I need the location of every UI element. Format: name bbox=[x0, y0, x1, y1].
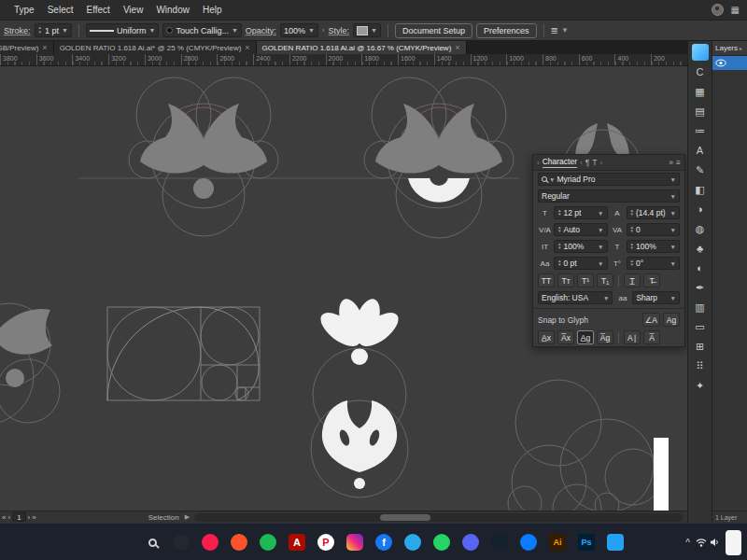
menu-type[interactable]: Type bbox=[7, 5, 41, 15]
artboards-icon[interactable]: ▭ bbox=[692, 318, 709, 335]
chevron-down-icon[interactable]: ▼ bbox=[371, 27, 377, 34]
gradient-icon[interactable]: ◑ bbox=[692, 201, 709, 217]
stroke-weight-input[interactable]: ▲▼ 1 pt▼ bbox=[35, 23, 72, 37]
close-icon[interactable]: × bbox=[455, 43, 459, 52]
vscode-icon[interactable] bbox=[603, 530, 627, 554]
menu-view[interactable]: View bbox=[117, 5, 150, 15]
acrobat-icon[interactable]: A bbox=[285, 530, 309, 554]
color-guide-icon[interactable]: ▤ bbox=[692, 103, 709, 119]
artboard-number-input[interactable]: 1 bbox=[12, 512, 25, 522]
last-artboard-icon[interactable]: » bbox=[32, 513, 35, 522]
chevron-down-icon[interactable]: ▼ bbox=[670, 260, 676, 267]
font-style-select[interactable]: Regular ▼ bbox=[538, 189, 680, 203]
brush-select[interactable]: Touch Callig...▼ bbox=[162, 23, 241, 37]
stepper-icon[interactable]: ▲▼ bbox=[630, 259, 634, 268]
fox-logo-gray-left[interactable] bbox=[140, 104, 267, 199]
golden-ratio-grid[interactable] bbox=[107, 307, 260, 400]
opacity-label[interactable]: Opacity: bbox=[246, 26, 276, 35]
leading-input[interactable]: ▲▼ (14.4 pt) ▼ bbox=[627, 206, 681, 219]
next-artboard-icon[interactable]: › bbox=[28, 513, 31, 522]
menu-select[interactable]: Select bbox=[41, 5, 80, 15]
small-caps-button[interactable]: Tᴛ bbox=[557, 273, 574, 287]
properties-icon[interactable]: ≔ bbox=[692, 122, 709, 139]
chevron-down-icon[interactable]: ▼ bbox=[670, 227, 676, 233]
layers-panel-header[interactable]: Layers ▸ bbox=[712, 41, 747, 56]
chevron-down-icon[interactable]: ▼ bbox=[561, 26, 569, 35]
stepper-icon[interactable]: ▲▼ bbox=[38, 26, 42, 35]
document-tab-3-active[interactable]: GOLDEN RATIO 1.618 Ai.ai @ 16.67 % (CMYK… bbox=[257, 41, 467, 54]
telegram-icon[interactable] bbox=[401, 530, 425, 554]
stepper-icon[interactable]: ▲▼ bbox=[630, 243, 634, 251]
spotify-icon[interactable] bbox=[256, 530, 280, 554]
document-tab-1[interactable]: 3 % (RGB/Preview) × bbox=[0, 41, 54, 54]
pinterest-icon[interactable]: P bbox=[314, 530, 338, 554]
tab-character[interactable]: Character bbox=[543, 157, 577, 168]
canvas[interactable]: ‹ Character ‹ ¶ T ‹ » ≡ ▼ bbox=[0, 66, 687, 511]
scrollbar-thumb[interactable] bbox=[380, 514, 430, 521]
chevron-down-icon[interactable]: ▼ bbox=[549, 176, 555, 183]
close-icon[interactable]: × bbox=[42, 43, 47, 52]
status-text[interactable]: Selection bbox=[148, 513, 179, 522]
brushes-icon[interactable]: ✎ bbox=[692, 161, 709, 178]
superscript-button[interactable]: T¹ bbox=[577, 273, 594, 287]
opacity-input[interactable]: 100%▼ bbox=[280, 23, 318, 37]
document-tab-2[interactable]: GOLDEN RATIO 1.618 Ai.ai* @ 25 % (CMYK/P… bbox=[54, 41, 257, 54]
font-size-input[interactable]: ▲▼ 12 pt ▼ bbox=[554, 206, 608, 219]
fox-face-logo[interactable] bbox=[322, 400, 397, 489]
snap-angle-button[interactable]: ∠A bbox=[642, 313, 660, 327]
tray-overflow-chevron-icon[interactable]: ^ bbox=[685, 538, 690, 548]
creative-cloud-icon[interactable]: C bbox=[692, 63, 709, 80]
chevron-down-icon[interactable]: ▼ bbox=[670, 244, 676, 250]
pen-tool-icon[interactable]: ✒ bbox=[692, 279, 709, 296]
fox-logo-gray-right[interactable] bbox=[375, 104, 502, 174]
graphic-style-select[interactable]: ▼ bbox=[353, 23, 381, 37]
chevron-down-icon[interactable]: ▼ bbox=[670, 176, 676, 183]
font-family-select[interactable]: ▼ Myriad Pro ▼ bbox=[538, 173, 680, 186]
links-icon[interactable]: ✦ bbox=[692, 377, 709, 394]
stepper-icon[interactable]: ▲▼ bbox=[557, 243, 561, 251]
chevron-down-icon[interactable]: ▼ bbox=[148, 27, 155, 34]
library-color-swatch[interactable] bbox=[692, 44, 709, 61]
underline-button[interactable]: T̲ bbox=[624, 273, 641, 287]
stepper-icon[interactable]: ▲▼ bbox=[557, 226, 561, 234]
snap-baseline-button[interactable]: A̲x bbox=[538, 330, 555, 344]
panel-expand-icon[interactable]: » bbox=[669, 158, 673, 167]
chevron-down-icon[interactable]: ▼ bbox=[670, 210, 676, 217]
close-icon[interactable]: × bbox=[245, 43, 249, 52]
artboard-strip[interactable] bbox=[654, 438, 669, 511]
snap-proximity-button[interactable]: A̅g bbox=[597, 330, 613, 344]
chevron-down-icon[interactable]: ▼ bbox=[670, 193, 676, 200]
asset-export-icon[interactable]: ⊞ bbox=[692, 338, 709, 355]
menu-window[interactable]: Window bbox=[149, 5, 196, 15]
circle-cluster[interactable] bbox=[508, 380, 661, 511]
snap-xheight-button[interactable]: A̅x bbox=[557, 330, 574, 344]
tray-widget[interactable] bbox=[726, 530, 741, 555]
layer-row-selected[interactable] bbox=[712, 56, 747, 70]
transparency-icon[interactable]: ◍ bbox=[692, 220, 709, 237]
snap-glyph-bounds-button[interactable]: A̲g bbox=[577, 330, 594, 344]
subscript-button[interactable]: T₁ bbox=[597, 273, 613, 287]
style-label[interactable]: Style: bbox=[329, 26, 350, 35]
search-icon[interactable] bbox=[140, 530, 164, 554]
chevron-down-icon[interactable]: ▼ bbox=[232, 27, 238, 34]
tab-paragraph-icon[interactable]: ¶ bbox=[585, 158, 590, 167]
chevron-down-icon[interactable]: ▼ bbox=[598, 227, 603, 233]
user-avatar[interactable] bbox=[712, 4, 724, 16]
panel-menu-icon[interactable]: ≡ bbox=[676, 158, 681, 167]
baseline-shift-input[interactable]: ▲▼ 0 pt ▼ bbox=[554, 257, 608, 270]
horizontal-scale-input[interactable]: ▲▼ 100% ▼ bbox=[627, 240, 681, 253]
symbols-icon[interactable]: ♣ bbox=[692, 240, 709, 257]
chevron-down-icon[interactable]: ▼ bbox=[308, 27, 315, 34]
kerning-input[interactable]: ▲▼ Auto ▼ bbox=[554, 223, 608, 236]
stepper-icon[interactable]: ▲▼ bbox=[630, 209, 634, 217]
anti-aliasing-select[interactable]: Sharp ▼ bbox=[632, 291, 680, 304]
steam-icon[interactable] bbox=[487, 530, 512, 554]
chevron-down-icon[interactable]: ▼ bbox=[598, 260, 603, 267]
chevron-down-icon[interactable]: ▼ bbox=[598, 244, 603, 250]
character-panel-icon[interactable]: A bbox=[692, 142, 709, 159]
document-setup-button[interactable]: Document Setup bbox=[395, 23, 472, 38]
chevron-right-icon[interactable]: › bbox=[322, 26, 325, 35]
stroke-label[interactable]: Stroke: bbox=[4, 26, 31, 35]
width-profile-select[interactable]: Uniform▼ bbox=[86, 23, 159, 37]
snap-glyph-button[interactable]: Ag bbox=[663, 313, 680, 327]
